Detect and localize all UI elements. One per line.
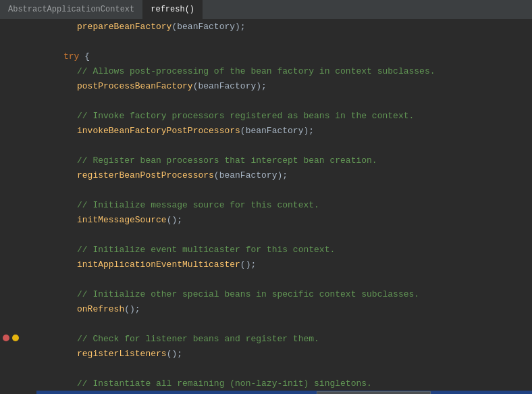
gutter-row (0, 82, 34, 95)
gutter-row (0, 357, 34, 370)
gutter-row (0, 382, 34, 395)
line-gutter (0, 19, 34, 394)
code-line: // Register bean processors that interce… (36, 153, 532, 168)
execution-point-icon (12, 335, 19, 341)
code-line: registerBeanPostProcessors(beanFactory); (36, 168, 532, 182)
gutter-row (0, 107, 34, 120)
code-line: invokeBeanFactoryPostProcessors(beanFact… (36, 123, 532, 138)
code-line: // Allows post-processing of the bean fa… (36, 64, 532, 78)
code-line: // Check for listener beans and register… (36, 331, 532, 346)
code-line: try { (36, 49, 532, 64)
gutter-row (0, 157, 34, 170)
gutter-row (0, 19, 34, 32)
gutter-row (0, 219, 34, 232)
gutter-row (0, 369, 34, 382)
gutter-row (0, 319, 34, 332)
gutter-row (0, 44, 34, 57)
gutter-row-highlighted (0, 332, 34, 345)
code-line: onRefresh(); (36, 301, 532, 316)
gutter-row (0, 194, 34, 207)
gutter-row (0, 182, 34, 195)
gutter-row (0, 169, 34, 182)
code-line (36, 361, 532, 376)
code-line: initMessageSource(); (36, 212, 532, 227)
gutter-row (0, 344, 34, 357)
gutter-row (0, 282, 34, 295)
code-line (36, 34, 532, 49)
breakpoint-icon[interactable] (3, 335, 9, 341)
gutter-row (0, 132, 34, 145)
gutter-row (0, 244, 34, 257)
code-line (36, 272, 532, 287)
code-line-highlighted: finishBeanFactoryInitialization(beanFact… (36, 391, 532, 394)
gutter-row (0, 69, 34, 82)
gutter-row (0, 307, 34, 320)
gutter-row (0, 119, 34, 132)
editor-container: AbstractApplicationContext refresh() (0, 0, 532, 394)
gutter-row (0, 32, 34, 45)
gutter-row (0, 269, 34, 282)
code-line: registerListeners(); (36, 346, 532, 361)
code-line: postProcessBeanFactory(beanFactory); (36, 78, 532, 93)
tab-abstract-application-context[interactable]: AbstractApplicationContext (0, 0, 142, 19)
code-line: prepareBeanFactory(beanFactory); (36, 19, 532, 34)
tab-bar: AbstractApplicationContext refresh() (0, 0, 532, 19)
tab-refresh[interactable]: refresh() (142, 0, 203, 19)
gutter-row (0, 207, 34, 220)
gutter-row (0, 257, 34, 270)
code-line: initApplicationEventMulticaster(); (36, 257, 532, 272)
code-line: // Invoke factory processors registered … (36, 108, 532, 123)
code-line: // Instantiate all remaining (non-lazy-i… (36, 376, 532, 391)
code-line: // Initialize message source for this co… (36, 197, 532, 212)
code-line (36, 138, 532, 153)
code-line: // Initialize event multicaster for this… (36, 242, 532, 257)
gutter-row (0, 232, 34, 245)
code-line: // Initialize other special beans in spe… (36, 287, 532, 301)
code-line (36, 316, 532, 331)
code-line (36, 182, 532, 197)
gutter-row (0, 144, 34, 157)
gutter-row (0, 57, 34, 70)
debug-tooltip: beanFactory: "org.spr (317, 391, 431, 394)
code-line (36, 93, 532, 108)
gutter-row (0, 294, 34, 307)
code-area: prepareBeanFactory(beanFactory); try { /… (0, 19, 532, 394)
gutter-row (0, 94, 34, 107)
code-content: prepareBeanFactory(beanFactory); try { /… (34, 19, 532, 394)
code-line (36, 227, 532, 242)
